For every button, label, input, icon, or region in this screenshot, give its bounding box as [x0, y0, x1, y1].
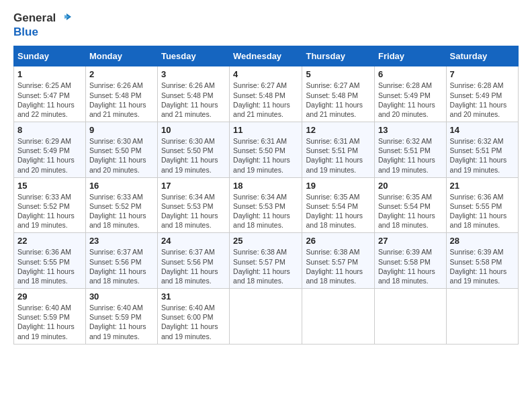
day-number: 10	[161, 125, 226, 135]
calendar-cell: 6 Sunrise: 6:28 AMSunset: 5:49 PMDayligh…	[375, 66, 447, 122]
day-detail: Sunrise: 6:40 AMSunset: 6:00 PMDaylight:…	[161, 304, 218, 340]
day-number: 3	[161, 69, 226, 79]
day-detail: Sunrise: 6:30 AMSunset: 5:50 PMDaylight:…	[89, 137, 146, 174]
day-number: 31	[161, 291, 226, 302]
day-detail: Sunrise: 6:28 AMSunset: 5:49 PMDaylight:…	[450, 81, 507, 118]
calendar-header-wednesday: Wednesday	[230, 46, 302, 66]
calendar-cell: 13 Sunrise: 6:32 AMSunset: 5:51 PMDaylig…	[375, 122, 447, 178]
day-detail: Sunrise: 6:29 AMSunset: 5:49 PMDaylight:…	[17, 137, 75, 174]
day-number: 11	[233, 125, 298, 135]
calendar-cell	[230, 289, 302, 345]
calendar-header-friday: Friday	[375, 46, 447, 66]
calendar-cell: 10 Sunrise: 6:30 AMSunset: 5:50 PMDaylig…	[157, 122, 229, 178]
day-number: 21	[450, 181, 515, 191]
calendar-header-row: SundayMondayTuesdayWednesdayThursdayFrid…	[14, 46, 519, 66]
day-number: 24	[161, 236, 226, 246]
calendar-cell: 16 Sunrise: 6:33 AMSunset: 5:52 PMDaylig…	[85, 177, 157, 233]
day-detail: Sunrise: 6:27 AMSunset: 5:48 PMDaylight:…	[306, 81, 363, 118]
day-detail: Sunrise: 6:36 AMSunset: 5:55 PMDaylight:…	[450, 193, 507, 230]
calendar-cell: 30 Sunrise: 6:40 AMSunset: 5:59 PMDaylig…	[85, 289, 157, 345]
calendar-cell: 18 Sunrise: 6:34 AMSunset: 5:53 PMDaylig…	[230, 177, 302, 233]
logo-blue: Blue	[13, 26, 38, 39]
day-detail: Sunrise: 6:25 AMSunset: 5:47 PMDaylight:…	[17, 81, 75, 118]
calendar-cell: 17 Sunrise: 6:34 AMSunset: 5:53 PMDaylig…	[157, 177, 229, 233]
day-detail: Sunrise: 6:28 AMSunset: 5:49 PMDaylight:…	[378, 81, 435, 118]
day-number: 14	[450, 125, 515, 135]
calendar-cell: 24 Sunrise: 6:37 AMSunset: 5:56 PMDaylig…	[157, 233, 229, 289]
day-detail: Sunrise: 6:35 AMSunset: 5:54 PMDaylight:…	[306, 193, 363, 230]
day-number: 23	[89, 236, 154, 246]
day-number: 1	[17, 69, 82, 79]
calendar-cell: 26 Sunrise: 6:38 AMSunset: 5:57 PMDaylig…	[302, 233, 375, 289]
day-number: 2	[89, 69, 154, 79]
day-number: 29	[17, 291, 82, 302]
day-detail: Sunrise: 6:39 AMSunset: 5:58 PMDaylight:…	[450, 248, 507, 285]
calendar-table: SundayMondayTuesdayWednesdayThursdayFrid…	[13, 46, 519, 344]
day-number: 28	[450, 236, 515, 246]
calendar-cell: 12 Sunrise: 6:31 AMSunset: 5:51 PMDaylig…	[302, 122, 375, 178]
day-number: 18	[233, 181, 298, 191]
day-detail: Sunrise: 6:38 AMSunset: 5:57 PMDaylight:…	[306, 248, 363, 285]
calendar-week-5: 29 Sunrise: 6:40 AMSunset: 5:59 PMDaylig…	[14, 289, 519, 345]
calendar-header-sunday: Sunday	[14, 46, 86, 66]
day-detail: Sunrise: 6:39 AMSunset: 5:58 PMDaylight:…	[378, 248, 435, 285]
day-detail: Sunrise: 6:31 AMSunset: 5:51 PMDaylight:…	[306, 137, 363, 174]
day-number: 5	[306, 69, 371, 79]
calendar-cell: 25 Sunrise: 6:38 AMSunset: 5:57 PMDaylig…	[230, 233, 302, 289]
day-number: 6	[378, 69, 443, 79]
day-number: 9	[89, 125, 154, 135]
calendar-cell: 15 Sunrise: 6:33 AMSunset: 5:52 PMDaylig…	[14, 177, 86, 233]
calendar-cell: 7 Sunrise: 6:28 AMSunset: 5:49 PMDayligh…	[446, 66, 518, 122]
calendar-cell	[446, 289, 518, 345]
day-number: 30	[89, 291, 154, 302]
calendar-cell: 22 Sunrise: 6:36 AMSunset: 5:55 PMDaylig…	[14, 233, 86, 289]
calendar-cell: 8 Sunrise: 6:29 AMSunset: 5:49 PMDayligh…	[14, 122, 86, 178]
calendar-body: 1 Sunrise: 6:25 AMSunset: 5:47 PMDayligh…	[14, 66, 519, 344]
day-detail: Sunrise: 6:37 AMSunset: 5:56 PMDaylight:…	[161, 248, 218, 285]
logo-container: General Blue	[13, 11, 72, 39]
day-number: 15	[17, 181, 82, 191]
calendar-header-thursday: Thursday	[302, 46, 375, 66]
day-number: 17	[161, 181, 226, 191]
day-number: 16	[89, 181, 154, 191]
calendar-week-1: 1 Sunrise: 6:25 AMSunset: 5:47 PMDayligh…	[14, 66, 519, 122]
day-number: 8	[17, 125, 82, 135]
calendar-cell: 3 Sunrise: 6:26 AMSunset: 5:48 PMDayligh…	[157, 66, 229, 122]
calendar-cell	[375, 289, 447, 345]
day-detail: Sunrise: 6:33 AMSunset: 5:52 PMDaylight:…	[17, 193, 75, 230]
day-detail: Sunrise: 6:34 AMSunset: 5:53 PMDaylight:…	[233, 193, 290, 230]
calendar-header-monday: Monday	[85, 46, 157, 66]
day-detail: Sunrise: 6:37 AMSunset: 5:56 PMDaylight:…	[89, 248, 146, 285]
day-detail: Sunrise: 6:31 AMSunset: 5:50 PMDaylight:…	[233, 137, 290, 174]
calendar-cell: 1 Sunrise: 6:25 AMSunset: 5:47 PMDayligh…	[14, 66, 86, 122]
calendar-cell: 14 Sunrise: 6:32 AMSunset: 5:51 PMDaylig…	[446, 122, 518, 178]
calendar-cell: 27 Sunrise: 6:39 AMSunset: 5:58 PMDaylig…	[375, 233, 447, 289]
logo: General Blue	[13, 11, 72, 39]
calendar-cell: 31 Sunrise: 6:40 AMSunset: 6:00 PMDaylig…	[157, 289, 229, 345]
day-detail: Sunrise: 6:33 AMSunset: 5:52 PMDaylight:…	[89, 193, 146, 230]
calendar-cell: 11 Sunrise: 6:31 AMSunset: 5:50 PMDaylig…	[230, 122, 302, 178]
day-detail: Sunrise: 6:34 AMSunset: 5:53 PMDaylight:…	[161, 193, 218, 230]
calendar-cell: 23 Sunrise: 6:37 AMSunset: 5:56 PMDaylig…	[85, 233, 157, 289]
day-detail: Sunrise: 6:26 AMSunset: 5:48 PMDaylight:…	[161, 81, 218, 118]
day-number: 22	[17, 236, 82, 246]
day-number: 12	[306, 125, 371, 135]
day-detail: Sunrise: 6:40 AMSunset: 5:59 PMDaylight:…	[17, 304, 75, 340]
day-detail: Sunrise: 6:27 AMSunset: 5:48 PMDaylight:…	[233, 81, 290, 118]
day-number: 7	[450, 69, 515, 79]
day-number: 25	[233, 236, 298, 246]
calendar-cell: 2 Sunrise: 6:26 AMSunset: 5:48 PMDayligh…	[85, 66, 157, 122]
day-number: 27	[378, 236, 443, 246]
calendar-cell	[302, 289, 375, 345]
day-number: 19	[306, 181, 371, 191]
day-detail: Sunrise: 6:35 AMSunset: 5:54 PMDaylight:…	[378, 193, 435, 230]
calendar-header-saturday: Saturday	[446, 46, 518, 66]
day-number: 13	[378, 125, 443, 135]
calendar-cell: 20 Sunrise: 6:35 AMSunset: 5:54 PMDaylig…	[375, 177, 447, 233]
calendar-cell: 28 Sunrise: 6:39 AMSunset: 5:58 PMDaylig…	[446, 233, 518, 289]
calendar-cell: 9 Sunrise: 6:30 AMSunset: 5:50 PMDayligh…	[85, 122, 157, 178]
calendar-header-tuesday: Tuesday	[157, 46, 229, 66]
day-number: 4	[233, 69, 298, 79]
calendar-week-4: 22 Sunrise: 6:36 AMSunset: 5:55 PMDaylig…	[14, 233, 519, 289]
logo-bird-icon	[57, 11, 72, 26]
